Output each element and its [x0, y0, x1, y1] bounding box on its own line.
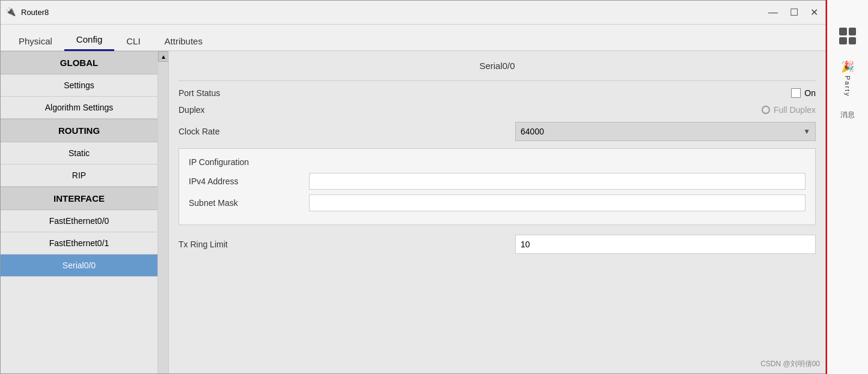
right-panel: 🎉 Party 消息 — [826, 0, 868, 374]
grid-cell-1 — [839, 28, 847, 35]
port-status-checkbox[interactable] — [791, 88, 801, 98]
clock-rate-label: Clock Rate — [179, 127, 299, 136]
ipv4-row: IPv4 Address — [189, 173, 805, 190]
sidebar-item-serial00[interactable]: Serial0/0 — [1, 255, 157, 277]
subnet-label: Subnet Mask — [189, 198, 309, 208]
port-status-checkbox-wrap: On — [791, 88, 816, 98]
party-icon: 🎉 — [841, 60, 854, 73]
grid-icon-button[interactable] — [836, 24, 860, 48]
tx-ring-row: Tx Ring Limit — [179, 235, 816, 254]
sidebar-item-rip[interactable]: RIP — [1, 164, 157, 187]
tx-ring-input[interactable] — [515, 235, 816, 254]
clock-rate-row: Clock Rate 64000 ▼ — [179, 122, 816, 141]
sidebar-item-settings[interactable]: Settings — [1, 74, 157, 97]
subnet-row: Subnet Mask — [189, 195, 805, 211]
msg-label: 消息 — [840, 110, 855, 119]
sidebar-routing-header: ROUTING — [1, 119, 157, 142]
clock-rate-value: 64000 ▼ — [299, 122, 816, 141]
sidebar-global-header: GLOBAL — [1, 51, 157, 74]
party-section[interactable]: 🎉 Party — [841, 60, 854, 97]
tx-ring-label: Tx Ring Limit — [179, 240, 299, 249]
ip-config-title: IP Configuration — [189, 157, 805, 167]
window-controls: — ☐ ✕ — [766, 7, 821, 19]
window-title: Router8 — [21, 8, 49, 17]
port-status-row: Port Status On — [179, 88, 816, 98]
panel-title: Serial0/0 — [179, 61, 816, 71]
msg-section[interactable]: 消息 — [840, 109, 855, 120]
party-label: Party — [844, 76, 851, 97]
tab-cli[interactable]: CLI — [114, 31, 152, 51]
grid-cell-2 — [849, 28, 857, 35]
duplex-radio-wrap: Full Duplex — [762, 105, 816, 115]
duplex-radio[interactable] — [762, 106, 770, 114]
clock-rate-dropdown-value: 64000 — [521, 127, 544, 136]
port-status-label: Port Status — [179, 88, 299, 98]
sidebar: GLOBAL Settings Algorithm Settings ROUTI… — [1, 51, 169, 373]
duplex-label: Duplex — [179, 105, 299, 115]
tab-physical[interactable]: Physical — [7, 31, 64, 51]
tab-config[interactable]: Config — [64, 29, 114, 51]
main-panel: Serial0/0 Port Status On Duplex — [169, 51, 825, 373]
sidebar-interface-header: INTERFACE — [1, 187, 157, 210]
clock-rate-dropdown-arrow: ▼ — [803, 127, 810, 136]
ip-config-box: IP Configuration IPv4 Address Subnet Mas… — [179, 148, 816, 225]
scroll-up-arrow[interactable]: ▲ — [158, 51, 169, 62]
sidebar-item-fastethernet01[interactable]: FastEthernet0/1 — [1, 232, 157, 255]
clock-rate-dropdown[interactable]: 64000 ▼ — [515, 122, 816, 141]
grid-icon — [839, 28, 856, 44]
grid-cell-4 — [849, 37, 857, 45]
tab-attributes[interactable]: Attributes — [153, 31, 215, 51]
sidebar-item-fastethernet00[interactable]: FastEthernet0/0 — [1, 210, 157, 232]
sidebar-item-algorithm-settings[interactable]: Algorithm Settings — [1, 97, 157, 119]
port-status-value: On — [299, 88, 816, 98]
minimize-button[interactable]: — — [766, 7, 780, 19]
app-icon: 🔌 — [5, 7, 17, 19]
duplex-radio-label: Full Duplex — [774, 105, 816, 115]
duplex-value: Full Duplex — [299, 105, 816, 115]
tx-ring-value — [299, 235, 816, 254]
close-button[interactable]: ✕ — [808, 7, 821, 19]
sidebar-item-static[interactable]: Static — [1, 142, 157, 164]
maximize-button[interactable]: ☐ — [787, 7, 801, 19]
content-area: GLOBAL Settings Algorithm Settings ROUTI… — [1, 51, 825, 373]
ipv4-input[interactable] — [309, 173, 805, 190]
ipv4-label: IPv4 Address — [189, 176, 309, 186]
watermark: CSDN @刘明倩00 — [760, 359, 820, 369]
tab-bar: Physical Config CLI Attributes — [1, 25, 825, 51]
subnet-input[interactable] — [309, 195, 805, 211]
sidebar-scrollbar[interactable]: ▲ — [157, 51, 168, 373]
port-status-checkbox-label: On — [804, 88, 816, 98]
grid-cell-3 — [839, 37, 847, 45]
duplex-row: Duplex Full Duplex — [179, 105, 816, 115]
title-bar: 🔌 Router8 — ☐ ✕ — [1, 1, 825, 25]
